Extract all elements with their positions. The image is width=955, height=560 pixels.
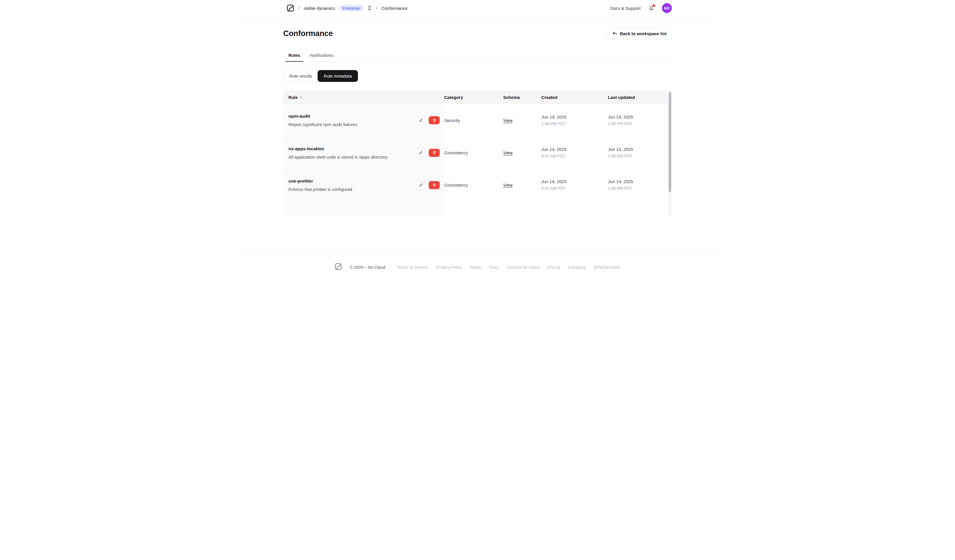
created-date: Jun 14, 2025 [541,179,608,184]
back-button-label: Back to workspace list [620,31,667,36]
notification-dot [653,4,655,7]
top-navbar: / stellar-dynamics Enterprise / Conforma… [239,0,716,16]
column-header-schema: Schema [503,95,541,100]
updated-date: Jun 14, 2025 [608,147,672,152]
rule-description: Enforce that prettier is configured [288,187,412,192]
updated-time: 1:46 PM PDT [608,122,672,126]
notifications-bell-button[interactable] [648,5,654,11]
rule-results-segment[interactable]: Rule results [283,70,318,82]
rule-metadata-table: Rule ↑ Category Schema Created Last upda… [283,90,672,217]
table-bottom-spacer [283,201,672,217]
breadcrumb-workspace[interactable]: stellar-dynamics [304,6,335,11]
schema-view-link[interactable]: View [503,183,512,187]
footer-link-status[interactable]: Status [470,265,482,270]
tab-rules[interactable]: Rules [285,53,303,61]
footer-link-nxdevtools[interactable]: @NxDevTools [594,265,620,270]
pencil-icon [419,151,423,155]
delete-rule-button[interactable] [429,116,440,124]
footer-link-pricing[interactable]: Pricing [547,265,560,270]
column-header-created: Created [541,95,608,100]
nx-logo-icon[interactable] [286,4,294,12]
schema-view-link[interactable]: View [503,150,512,155]
updated-date: Jun 14, 2025 [608,114,672,119]
footer-link-contact[interactable]: Contact Nx Cloud [507,265,540,270]
created-date: Jun 14, 2025 [541,147,608,152]
created-date: Jun 14, 2025 [541,114,608,119]
rule-description: All application shell code is stored in … [288,154,412,159]
table-header-row: Rule ↑ Category Schema Created Last upda… [283,90,672,104]
created-time: 1:46 PM PDT [541,122,608,126]
column-header-category: Category [444,95,503,100]
updated-date: Jun 14, 2025 [608,179,672,184]
table-scrollbar-thumb[interactable] [668,92,671,192]
column-header-rule-label: Rule [288,95,298,100]
tab-bar: Rules Notifications [283,53,672,62]
rule-name: npm-audit [288,114,412,119]
edit-rule-button[interactable] [415,149,426,157]
breadcrumb-separator: / [376,5,377,11]
docs-support-link[interactable]: Docs & Support [610,6,640,11]
tab-notifications[interactable]: Notifications [307,53,337,61]
rule-category: Consistency [444,169,503,201]
rule-metadata-segment[interactable]: Rule metadata [318,70,358,82]
breadcrumb: / stellar-dynamics Enterprise / Conforma… [283,4,407,12]
table-row: npm-audit Report significant npm audit f… [283,104,672,136]
rule-category: Consistency [444,136,503,169]
copyright-text: © 2025 – Nx Cloud [350,265,385,270]
breadcrumb-page[interactable]: Conformance [381,6,407,11]
page-footer: © 2025 – Nx Cloud Terms of Service Priva… [239,254,716,280]
footer-link-terms[interactable]: Terms of Service [397,265,428,270]
footer-link-privacy[interactable]: Privacy Policy [436,265,462,270]
back-to-workspace-list-button[interactable]: Back to workspace list [607,28,672,39]
rule-name: use-prettier [288,178,412,184]
schema-view-link[interactable]: View [503,118,512,123]
back-arrow-icon [612,31,617,36]
table-row: nx-apps-location All application shell c… [283,136,672,169]
pencil-icon [419,183,423,187]
pencil-icon [419,118,423,123]
footer-link-docs[interactable]: Docs [489,265,499,270]
rule-name: nx-apps-location [288,146,412,151]
column-header-rule[interactable]: Rule ↑ [283,95,444,100]
user-avatar[interactable]: NO [662,3,672,13]
updated-time: 1:46 PM PDT [608,186,672,190]
edit-rule-button[interactable] [415,116,426,124]
chevron-up-down-icon [367,5,372,11]
rule-category: Security [444,104,503,136]
rule-description: Report significant npm audit failures [288,122,412,127]
plan-badge: Enterprise [339,5,363,11]
created-time: 8:41 AM PDT [541,186,608,190]
delete-rule-button[interactable] [429,181,440,189]
created-time: 8:41 AM PDT [541,154,608,158]
trash-icon [432,183,437,187]
footer-link-company[interactable]: Company [568,265,586,270]
trash-icon [432,151,437,155]
trash-icon [432,118,437,123]
table-scrollbar-track[interactable] [667,90,672,217]
column-header-last-updated: Last updated [608,95,672,100]
edit-rule-button[interactable] [415,181,426,189]
workspace-switcher-button[interactable] [367,5,372,11]
breadcrumb-separator: / [298,5,300,11]
page-title: Conformance [283,29,333,38]
sort-asc-icon: ↑ [300,95,302,100]
updated-time: 1:46 PM PDT [608,154,672,158]
delete-rule-button[interactable] [429,149,440,157]
nx-footer-logo-icon [335,263,342,271]
rule-view-segmented-control: Rule results Rule metadata [283,70,358,82]
table-row: use-prettier Enforce that prettier is co… [283,169,672,201]
